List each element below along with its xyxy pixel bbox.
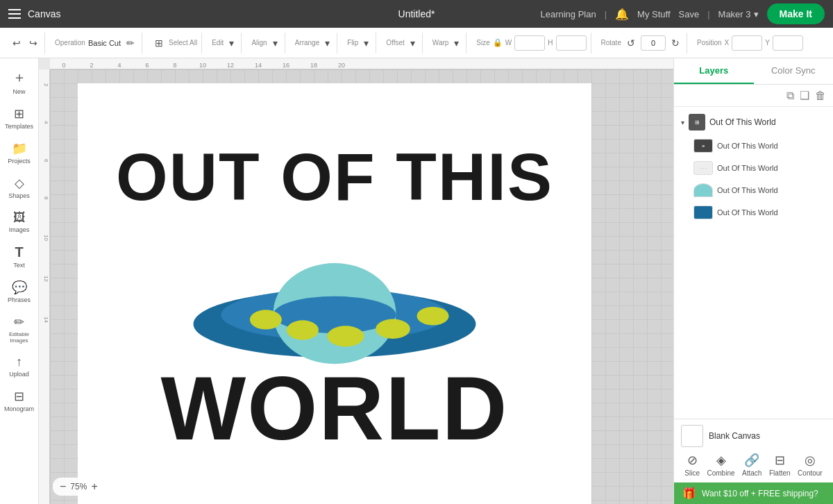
sidebar-item-editable-images[interactable]: ✏ Editable Images bbox=[3, 310, 36, 348]
pos-y-input[interactable] bbox=[773, 35, 803, 51]
sidebar-item-images[interactable]: 🖼 Images bbox=[3, 206, 36, 237]
position-label: Position bbox=[697, 39, 722, 47]
layer-item-2[interactable]: · · · Out Of This World bbox=[674, 157, 833, 179]
blank-canvas-thumb bbox=[681, 425, 703, 447]
sidebar-item-phrases[interactable]: 💬 Phrases bbox=[3, 276, 36, 308]
contour-button[interactable]: ◎ Contour bbox=[798, 453, 823, 477]
slice-label: Slice bbox=[684, 469, 700, 477]
arrange-label: Arrange bbox=[295, 39, 320, 47]
ruler-left: 2 4 6 8 10 12 14 bbox=[39, 69, 50, 504]
tab-layers[interactable]: Layers bbox=[674, 58, 754, 84]
arrange-dropdown[interactable]: ▾ bbox=[322, 36, 333, 50]
warp-label: Warp bbox=[432, 39, 449, 47]
canvas-label: Canvas bbox=[28, 8, 60, 19]
editable-images-icon: ✏ bbox=[14, 314, 24, 330]
edit-dropdown[interactable]: ▾ bbox=[226, 36, 237, 50]
sidebar-item-text[interactable]: T Text bbox=[3, 240, 36, 273]
zoom-level-display: 75% bbox=[70, 482, 87, 492]
sidebar-item-new[interactable]: ＋ New bbox=[3, 64, 36, 99]
size-w-input[interactable] bbox=[514, 35, 545, 51]
layer-thumb-1: ≡ bbox=[693, 139, 713, 153]
panel-icons: ⧉ ❑ 🗑 bbox=[674, 85, 833, 107]
my-stuff-link[interactable]: My Stuff bbox=[637, 9, 670, 19]
save-button[interactable]: Save bbox=[679, 9, 700, 19]
projects-icon: 📁 bbox=[12, 141, 27, 156]
monogram-icon: ⊟ bbox=[14, 389, 24, 404]
tab-color-sync[interactable]: Color Sync bbox=[754, 58, 834, 84]
ufo-svg bbox=[175, 210, 494, 370]
size-h-input[interactable] bbox=[556, 35, 587, 51]
delete-layer-button[interactable]: 🗑 bbox=[815, 90, 826, 102]
maker-selector[interactable]: Maker 3 ▾ bbox=[718, 9, 759, 19]
toolbar-warp-group: Warp ▾ bbox=[428, 33, 467, 53]
pos-x-input[interactable] bbox=[732, 35, 762, 51]
sidebar-item-label-monogram: Monogram bbox=[4, 405, 34, 412]
slice-button[interactable]: ⊘ Slice bbox=[684, 453, 700, 477]
promo-text: Want $10 off + FREE shipping? bbox=[702, 489, 818, 498]
slice-icon: ⊘ bbox=[687, 453, 698, 468]
flatten-button[interactable]: ⊟ Flatten bbox=[769, 453, 791, 477]
layer-group-chevron: ▾ bbox=[681, 119, 684, 126]
doc-title[interactable]: Untitled* bbox=[398, 8, 435, 19]
rotate-cw-icon[interactable]: ↻ bbox=[668, 36, 682, 50]
redo-button[interactable]: ↪ bbox=[26, 36, 40, 50]
combine-button[interactable]: ◈ Combine bbox=[707, 453, 735, 477]
offset-label: Offset bbox=[386, 39, 405, 47]
ufo-oval-3 bbox=[327, 326, 364, 346]
layer-thumb-3 bbox=[693, 183, 713, 197]
sidebar-item-projects[interactable]: 📁 Projects bbox=[3, 137, 36, 169]
zoom-out-button[interactable]: − bbox=[60, 480, 66, 493]
copy-layer-button[interactable]: ⧉ bbox=[786, 90, 794, 102]
duplicate-layer-button[interactable]: ❑ bbox=[800, 89, 809, 102]
sidebar-item-label-images: Images bbox=[9, 226, 30, 233]
size-h-label: H bbox=[548, 39, 553, 47]
undo-button[interactable]: ↩ bbox=[10, 36, 24, 50]
layer-group-name: Out Of This World bbox=[709, 117, 776, 127]
learning-plan-link[interactable]: Learning Plan bbox=[540, 9, 596, 19]
sidebar-item-monogram[interactable]: ⊟ Monogram bbox=[3, 385, 36, 417]
align-label: Align bbox=[251, 39, 267, 47]
layer-item-1[interactable]: ≡ Out Of This World bbox=[674, 135, 833, 157]
combine-icon: ◈ bbox=[716, 453, 726, 468]
sidebar-item-label-editable-images: Editable Images bbox=[6, 331, 33, 344]
canvas-area[interactable]: 0 2 4 6 8 10 12 14 16 18 20 2 4 6 8 10 1… bbox=[39, 58, 673, 504]
layer-item-4[interactable]: Out Of This World bbox=[674, 201, 833, 224]
operation-edit-icon[interactable]: ✏ bbox=[124, 36, 137, 50]
flip-label: Flip bbox=[347, 39, 358, 47]
sidebar-item-label-phrases: Phrases bbox=[8, 296, 31, 303]
layer-group-header[interactable]: ▾ ⊞ Out Of This World bbox=[674, 110, 833, 135]
promo-banner[interactable]: 🎁 Want $10 off + FREE shipping? bbox=[674, 482, 833, 504]
offset-dropdown[interactable]: ▾ bbox=[407, 36, 418, 50]
rotate-label: Rotate bbox=[601, 39, 621, 47]
layer-name-1: Out Of This World bbox=[717, 142, 778, 150]
design-bottom-text: WORLD bbox=[161, 363, 509, 453]
layer-item-3[interactable]: Out Of This World bbox=[674, 179, 833, 201]
top-nav: Canvas Untitled* Learning Plan | 🔔 My St… bbox=[0, 0, 833, 28]
toolbar-select-all-group: ⊞ Select All bbox=[148, 33, 202, 53]
layer-thumb-4 bbox=[693, 205, 713, 219]
zoom-in-button[interactable]: + bbox=[91, 480, 97, 493]
toolbar-rotate-group: Rotate ↺ ↻ bbox=[597, 33, 687, 53]
chevron-down-icon: ▾ bbox=[754, 9, 759, 19]
flip-dropdown[interactable]: ▾ bbox=[361, 36, 371, 50]
sidebar-item-upload[interactable]: ↑ Upload bbox=[3, 351, 36, 382]
rotate-ccw-icon[interactable]: ↺ bbox=[624, 36, 638, 50]
sidebar-item-templates[interactable]: ⊞ Templates bbox=[3, 102, 36, 134]
attach-button[interactable]: 🔗 Attach bbox=[742, 453, 762, 477]
doc-title-area: Untitled* bbox=[398, 8, 435, 20]
bell-icon[interactable]: 🔔 bbox=[615, 8, 629, 21]
align-dropdown[interactable]: ▾ bbox=[270, 36, 280, 50]
layer-name-3: Out Of This World bbox=[717, 186, 778, 194]
main-area: ＋ New ⊞ Templates 📁 Projects ◇ Shapes 🖼 … bbox=[0, 58, 833, 504]
warp-dropdown[interactable]: ▾ bbox=[451, 36, 462, 50]
make-it-button[interactable]: Make It bbox=[767, 3, 825, 24]
canvas-inner: OUT OF THIS bbox=[50, 69, 673, 504]
layer-group-thumb: ⊞ bbox=[689, 114, 705, 131]
toolbar-offset-group: Offset ▾ bbox=[382, 33, 423, 53]
sidebar-item-shapes[interactable]: ◇ Shapes bbox=[3, 171, 36, 203]
hamburger-menu[interactable] bbox=[8, 9, 21, 19]
bottom-panel: Blank Canvas ⊘ Slice ◈ Combine 🔗 Attach … bbox=[674, 419, 833, 482]
left-sidebar: ＋ New ⊞ Templates 📁 Projects ◇ Shapes 🖼 … bbox=[0, 58, 39, 504]
rotate-input[interactable] bbox=[641, 35, 666, 51]
select-all-button[interactable]: ⊞ bbox=[152, 36, 166, 50]
